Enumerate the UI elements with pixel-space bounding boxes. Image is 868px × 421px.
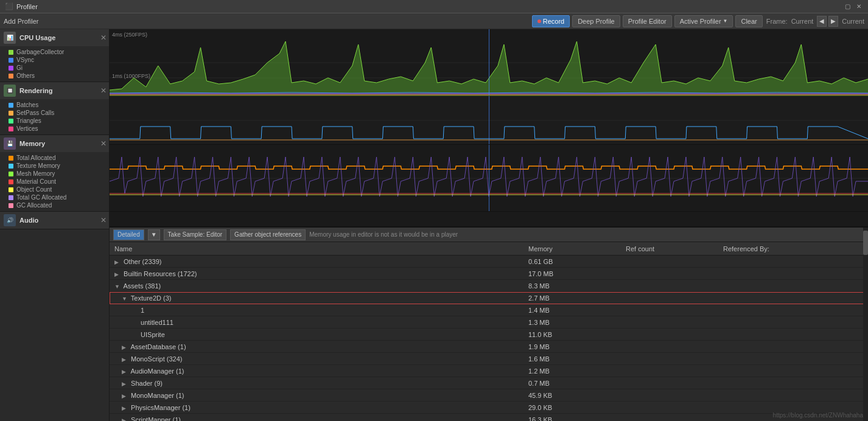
- total-gc-label: Total GC Allocated: [16, 194, 66, 201]
- row-memory: 1.6 MB: [523, 355, 621, 363]
- rendering-section-header[interactable]: 🔲 Rendering ✕: [0, 82, 109, 99]
- expand-icon[interactable]: ▶: [122, 381, 129, 387]
- add-profiler-button[interactable]: Add Profiler: [4, 18, 38, 25]
- expand-icon[interactable]: ▶: [122, 344, 129, 350]
- triangles-label: Triangles: [16, 117, 41, 124]
- list-item[interactable]: Vertices: [6, 125, 109, 133]
- table-row[interactable]: ▶ Builtin Resources (1722) 17.0 MB: [110, 268, 868, 280]
- rendering-close-button[interactable]: ✕: [100, 86, 107, 95]
- list-item[interactable]: Total GC Allocated: [6, 193, 109, 201]
- clear-button[interactable]: Clear: [735, 15, 762, 27]
- list-item[interactable]: Gi: [6, 64, 109, 72]
- table-scrollbar[interactable]: [863, 228, 868, 421]
- col-refcount-header[interactable]: Ref count: [621, 245, 718, 252]
- row-name: ▶ MonoManager (1): [110, 392, 523, 399]
- list-item[interactable]: Total Allocated: [6, 154, 109, 162]
- list-item[interactable]: Material Count: [6, 178, 109, 186]
- expand-icon[interactable]: ▶: [122, 405, 129, 411]
- table-row[interactable]: 1 1.4 MB: [110, 304, 868, 316]
- col-refby-header[interactable]: Referenced By:: [718, 245, 868, 252]
- list-item[interactable]: Batches: [6, 101, 109, 109]
- table-row[interactable]: ▶ Shader (9) 0.7 MB: [110, 377, 868, 389]
- table-row[interactable]: ▶ AudioManager (1) 1.2 MB: [110, 365, 868, 377]
- table-row[interactable]: ▼ Assets (381) 8.3 MB: [110, 280, 868, 292]
- gc-color-dot: [9, 50, 13, 55]
- row-name: ▶ Builtin Resources (1722): [110, 270, 523, 277]
- list-item[interactable]: SetPass Calls: [6, 109, 109, 117]
- deep-profile-button[interactable]: Deep Profile: [572, 15, 620, 27]
- row-name: ▶ PhysicsManager (1): [110, 404, 523, 411]
- col-memory-header[interactable]: Memory: [523, 245, 621, 252]
- detailed-dropdown[interactable]: ▼: [148, 229, 160, 240]
- mesh-mem-color-dot: [9, 172, 13, 176]
- table-row[interactable]: ▶ Other (2339) 0.61 GB: [110, 256, 868, 268]
- fps-high-label: 4ms (250FPS): [112, 32, 147, 38]
- row-name: ▶ AssetDatabase (1): [110, 343, 523, 350]
- list-item[interactable]: Object Count: [6, 186, 109, 193]
- frame-cursor: [489, 29, 489, 96]
- frame-next-button[interactable]: ▶: [828, 16, 838, 27]
- table-row[interactable]: ▼ Texture2D (3) 2.7 MB: [110, 292, 868, 304]
- expand-icon[interactable]: ▶: [122, 369, 129, 375]
- take-sample-button[interactable]: Take Sample: Editor: [164, 229, 227, 240]
- expand-icon[interactable]: ▶: [114, 271, 122, 277]
- cpu-section-header[interactable]: 📊 CPU Usage ✕: [0, 29, 109, 46]
- gather-refs-button[interactable]: Gather object references: [230, 229, 306, 240]
- frame-prev-button[interactable]: ◀: [817, 16, 827, 27]
- list-item[interactable]: GarbageCollector: [6, 48, 109, 56]
- expand-icon[interactable]: ▼: [122, 296, 129, 302]
- list-item[interactable]: Others: [6, 72, 109, 80]
- col-name-header[interactable]: Name: [110, 245, 523, 252]
- table-row[interactable]: UISprite 11.0 KB: [110, 329, 868, 341]
- texture-mem-color-dot: [9, 164, 13, 169]
- list-item[interactable]: GC Allocated: [6, 201, 109, 209]
- profile-editor-button[interactable]: Profile Editor: [623, 15, 672, 27]
- expand-icon[interactable]: ▶: [122, 417, 129, 422]
- scroll-thumb[interactable]: [863, 231, 868, 255]
- gc-alloc-label: GC Allocated: [16, 202, 52, 209]
- row-name: ▼ Texture2D (3): [110, 294, 523, 302]
- setpass-label: SetPass Calls: [16, 110, 54, 116]
- active-profiler-button[interactable]: Active Profiler ▼: [674, 15, 733, 27]
- audio-section-title: Audio: [19, 217, 38, 224]
- detailed-button[interactable]: Detailed: [113, 229, 144, 240]
- row-name: ▶ ScriptMapper (1): [110, 416, 523, 422]
- audio-section-header[interactable]: 🔊 Audio ✕: [0, 212, 109, 229]
- table-row[interactable]: untitled111 1.3 MB: [110, 316, 868, 329]
- frame-nav: ◀ ▶: [817, 16, 838, 27]
- memory-section-title: Memory: [19, 140, 45, 147]
- row-name: ▶ Shader (9): [110, 380, 523, 387]
- memory-close-button[interactable]: ✕: [100, 139, 107, 148]
- object-count-color-dot: [9, 187, 13, 192]
- table-body[interactable]: ▶ Other (2339) 0.61 GB ▶ Builtin Resourc…: [110, 256, 868, 421]
- gather-refs-label: Gather object references: [234, 231, 301, 238]
- table-row[interactable]: ▶ PhysicsManager (1) 29.0 KB: [110, 402, 868, 414]
- table-row[interactable]: ▶ MonoManager (1) 45.9 KB: [110, 389, 868, 402]
- rendering-chart-block: [110, 96, 868, 145]
- list-item[interactable]: Triangles: [6, 117, 109, 125]
- others-label: Others: [16, 72, 35, 79]
- row-memory: 16.3 KB: [523, 416, 621, 422]
- list-item[interactable]: VSync: [6, 56, 109, 64]
- list-item[interactable]: Mesh Memory: [6, 170, 109, 178]
- table-row[interactable]: ▶ MonoScript (324) 1.6 MB: [110, 353, 868, 365]
- memory-info-text: Memory usage in editor is not as it woul…: [309, 231, 458, 238]
- audio-close-button[interactable]: ✕: [100, 216, 107, 224]
- record-button[interactable]: Record: [532, 15, 570, 27]
- cpu-close-button[interactable]: ✕: [100, 33, 107, 42]
- close-button[interactable]: ✕: [855, 3, 863, 10]
- memory-section-header[interactable]: 💾 Memory ✕: [0, 135, 109, 152]
- expand-icon[interactable]: ▶: [122, 393, 129, 399]
- material-count-label: Material Count: [16, 178, 56, 185]
- row-memory: 0.7 MB: [523, 380, 621, 387]
- expand-icon[interactable]: ▶: [114, 259, 122, 265]
- row-memory: 11.0 KB: [523, 331, 621, 338]
- expand-icon[interactable]: ▶: [122, 357, 129, 363]
- expand-icon[interactable]: ▼: [114, 284, 122, 290]
- memory-icon: 💾: [4, 137, 16, 150]
- row-memory: 1.4 MB: [523, 307, 621, 314]
- table-row[interactable]: ▶ ScriptMapper (1) 16.3 KB: [110, 414, 868, 421]
- list-item[interactable]: Texture Memory: [6, 162, 109, 170]
- restore-button[interactable]: ▢: [843, 3, 852, 10]
- table-row[interactable]: ▶ AssetDatabase (1) 1.9 MB: [110, 341, 868, 353]
